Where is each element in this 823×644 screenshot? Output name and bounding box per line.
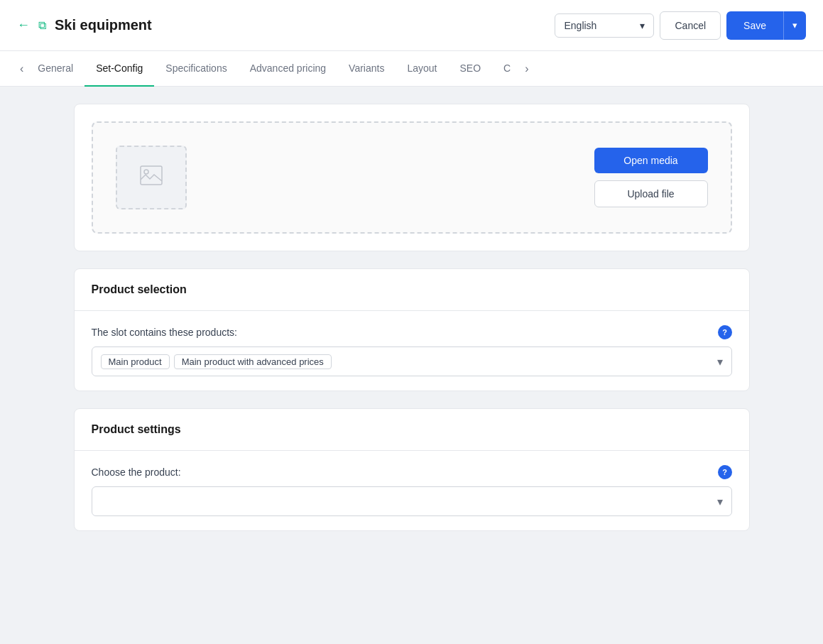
media-card: Open media Upload file bbox=[74, 104, 750, 251]
tab-more[interactable]: C bbox=[492, 51, 522, 87]
tabs-next-button[interactable]: › bbox=[522, 60, 531, 78]
product-multi-select[interactable]: Main product Main product with advanced … bbox=[92, 346, 732, 376]
save-button-group: Save ▾ bbox=[726, 11, 806, 40]
product-selection-header: Product selection bbox=[75, 269, 749, 311]
tabs-bar: ‹ General Set-Config Specifications Adva… bbox=[0, 51, 823, 87]
copy-button[interactable]: ⧉ bbox=[38, 19, 46, 32]
back-button[interactable]: ← bbox=[17, 18, 30, 33]
choose-product-label-row: Choose the product: ? bbox=[92, 465, 732, 479]
app-header: ← ⧉ Ski equipment English ▾ Cancel Save … bbox=[0, 0, 823, 51]
page-title: Ski equipment bbox=[55, 17, 152, 33]
tabs-prev-button[interactable]: ‹ bbox=[17, 60, 26, 78]
tag-main-product: Main product bbox=[101, 354, 170, 369]
open-media-button[interactable]: Open media bbox=[594, 148, 708, 173]
cancel-button[interactable]: Cancel bbox=[660, 11, 721, 40]
chevron-down-icon: ▾ bbox=[640, 20, 645, 31]
slot-label-row: The slot contains these products: ? bbox=[92, 325, 732, 339]
language-selector[interactable]: English ▾ bbox=[555, 13, 654, 38]
media-preview-box bbox=[116, 146, 187, 209]
tab-variants[interactable]: Variants bbox=[337, 51, 396, 87]
header-right: English ▾ Cancel Save ▾ bbox=[555, 11, 806, 40]
svg-point-1 bbox=[144, 170, 148, 174]
upload-file-button[interactable]: Upload file bbox=[594, 180, 708, 207]
product-selection-title: Product selection bbox=[92, 283, 187, 295]
tags-container: Main product Main product with advanced … bbox=[101, 354, 717, 369]
product-select[interactable]: ▾ bbox=[92, 486, 732, 516]
tab-seo[interactable]: SEO bbox=[448, 51, 492, 87]
chevron-down-icon: ▾ bbox=[717, 495, 723, 508]
product-settings-card: Product settings Choose the product: ? ▾ bbox=[74, 408, 750, 531]
product-selection-card: Product selection The slot contains thes… bbox=[74, 268, 750, 391]
choose-product-label: Choose the product: bbox=[92, 466, 181, 478]
tab-layout[interactable]: Layout bbox=[396, 51, 448, 87]
product-settings-body: Choose the product: ? ▾ bbox=[75, 451, 749, 530]
choose-product-help-icon[interactable]: ? bbox=[718, 465, 732, 479]
chevron-down-icon: ▾ bbox=[717, 355, 723, 369]
image-placeholder-icon bbox=[140, 165, 163, 190]
main-content: Open media Upload file Product selection… bbox=[57, 87, 767, 565]
header-left: ← ⧉ Ski equipment bbox=[17, 17, 543, 33]
tab-advanced-pricing[interactable]: Advanced pricing bbox=[239, 51, 337, 87]
product-selection-body: The slot contains these products: ? Main… bbox=[75, 311, 749, 391]
media-actions: Open media Upload file bbox=[594, 148, 708, 207]
language-label: English bbox=[564, 20, 596, 31]
slot-help-icon[interactable]: ? bbox=[718, 325, 732, 339]
tab-specifications[interactable]: Specifications bbox=[154, 51, 238, 87]
product-settings-header: Product settings bbox=[75, 409, 749, 451]
save-button[interactable]: Save bbox=[726, 11, 783, 40]
save-dropdown-button[interactable]: ▾ bbox=[783, 11, 806, 40]
slot-label: The slot contains these products: bbox=[92, 327, 237, 338]
media-drop-zone[interactable]: Open media Upload file bbox=[92, 121, 732, 234]
product-settings-title: Product settings bbox=[92, 423, 181, 435]
tab-set-config[interactable]: Set-Config bbox=[85, 51, 154, 87]
svg-rect-0 bbox=[141, 166, 162, 185]
tag-main-product-advanced: Main product with advanced prices bbox=[174, 354, 332, 369]
tab-general[interactable]: General bbox=[26, 51, 85, 87]
